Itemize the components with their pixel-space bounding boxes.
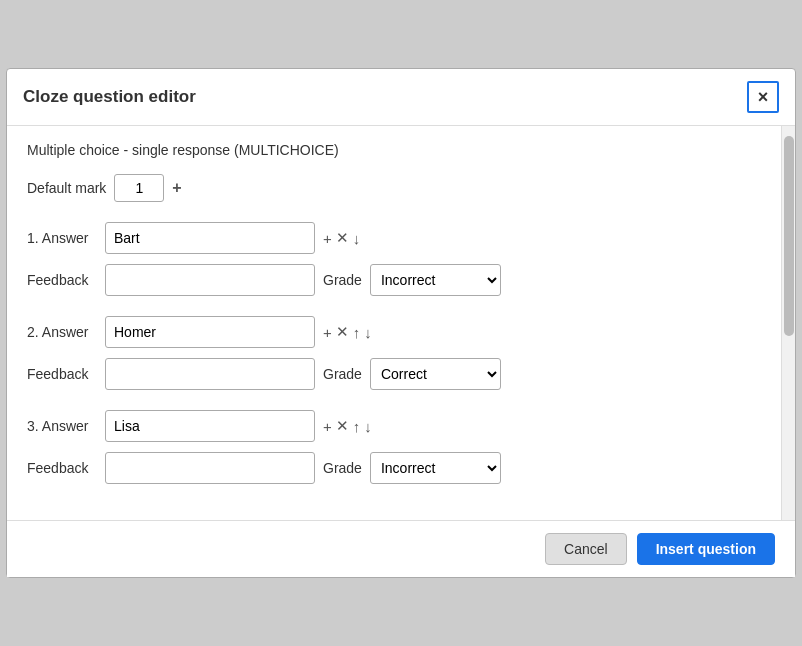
- answer-label-2: 2. Answer: [27, 324, 97, 340]
- add-answer-1-icon[interactable]: +: [323, 230, 332, 247]
- modal-title: Cloze question editor: [23, 87, 196, 107]
- modal-overlay: Cloze question editor × Multiple choice …: [0, 0, 802, 646]
- feedback-label-1: Feedback: [27, 272, 97, 288]
- add-mark-icon[interactable]: +: [172, 179, 181, 197]
- default-mark-row: Default mark +: [27, 174, 761, 202]
- grade-label-1: Grade: [323, 272, 362, 288]
- grade-select-2[interactable]: Incorrect Correct Partially correct: [370, 358, 501, 390]
- default-mark-label: Default mark: [27, 180, 106, 196]
- scrollbar[interactable]: [781, 126, 795, 520]
- add-answer-2-icon[interactable]: +: [323, 324, 332, 341]
- delete-answer-3-icon[interactable]: ✕: [336, 417, 349, 435]
- move-down-answer-1-icon[interactable]: ↓: [353, 230, 361, 247]
- answer-block-2: 2. Answer + ✕ ↑ ↓ Feedback Grade: [27, 316, 761, 390]
- answer-input-3[interactable]: [105, 410, 315, 442]
- answer-controls-1: + ✕ ↓: [323, 229, 360, 247]
- insert-question-button[interactable]: Insert question: [637, 533, 775, 565]
- grade-select-3[interactable]: Incorrect Correct Partially correct: [370, 452, 501, 484]
- move-down-answer-2-icon[interactable]: ↓: [364, 324, 372, 341]
- move-up-answer-3-icon[interactable]: ↑: [353, 418, 361, 435]
- feedback-input-1[interactable]: [105, 264, 315, 296]
- grade-label-2: Grade: [323, 366, 362, 382]
- answer-label-3: 3. Answer: [27, 418, 97, 434]
- default-mark-input[interactable]: [114, 174, 164, 202]
- feedback-label-3: Feedback: [27, 460, 97, 476]
- delete-answer-1-icon[interactable]: ✕: [336, 229, 349, 247]
- answer-input-1[interactable]: [105, 222, 315, 254]
- modal-footer: Cancel Insert question: [7, 520, 795, 577]
- grade-select-1[interactable]: Incorrect Correct Partially correct: [370, 264, 501, 296]
- feedback-row-2: Feedback Grade Incorrect Correct Partial…: [27, 358, 761, 390]
- cloze-question-editor-modal: Cloze question editor × Multiple choice …: [6, 68, 796, 578]
- answer-controls-3: + ✕ ↑ ↓: [323, 417, 372, 435]
- question-type-label: Multiple choice - single response (MULTI…: [27, 142, 761, 158]
- add-answer-3-icon[interactable]: +: [323, 418, 332, 435]
- grade-label-3: Grade: [323, 460, 362, 476]
- answer-label-1: 1. Answer: [27, 230, 97, 246]
- feedback-label-2: Feedback: [27, 366, 97, 382]
- scrollbar-thumb[interactable]: [784, 136, 794, 336]
- answer-block-1: 1. Answer + ✕ ↓ Feedback Grade In: [27, 222, 761, 296]
- close-button[interactable]: ×: [747, 81, 779, 113]
- feedback-row-1: Feedback Grade Incorrect Correct Partial…: [27, 264, 761, 296]
- answer-input-2[interactable]: [105, 316, 315, 348]
- cancel-button[interactable]: Cancel: [545, 533, 627, 565]
- feedback-input-2[interactable]: [105, 358, 315, 390]
- answer-block-3: 3. Answer + ✕ ↑ ↓ Feedback Grade: [27, 410, 761, 484]
- answer-controls-2: + ✕ ↑ ↓: [323, 323, 372, 341]
- modal-body: Multiple choice - single response (MULTI…: [7, 126, 781, 520]
- modal-header: Cloze question editor ×: [7, 69, 795, 126]
- delete-answer-2-icon[interactable]: ✕: [336, 323, 349, 341]
- modal-body-area: Multiple choice - single response (MULTI…: [7, 126, 795, 520]
- feedback-input-3[interactable]: [105, 452, 315, 484]
- move-down-answer-3-icon[interactable]: ↓: [364, 418, 372, 435]
- answer-row-2: 2. Answer + ✕ ↑ ↓: [27, 316, 761, 348]
- feedback-row-3: Feedback Grade Incorrect Correct Partial…: [27, 452, 761, 484]
- answer-row-3: 3. Answer + ✕ ↑ ↓: [27, 410, 761, 442]
- answer-row-1: 1. Answer + ✕ ↓: [27, 222, 761, 254]
- move-up-answer-2-icon[interactable]: ↑: [353, 324, 361, 341]
